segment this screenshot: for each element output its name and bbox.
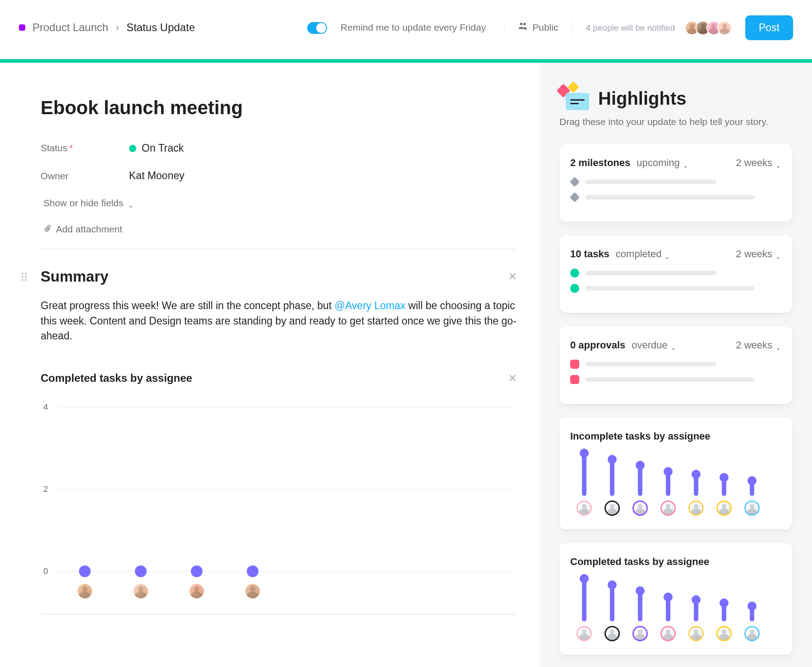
highlights-subtitle: Drag these into your update to help tell…	[559, 115, 792, 129]
highlight-count: 0 approvals	[570, 338, 625, 352]
highlights-icon	[559, 87, 589, 110]
lollipop-dot-icon	[692, 470, 701, 479]
highlight-card[interactable]: 10 taskscompleted 2 weeks	[559, 235, 792, 313]
lollipop-dot-icon	[692, 595, 701, 604]
highlight-chart-card[interactable]: Completed tasks by assignee	[559, 543, 792, 655]
chart-bar	[604, 580, 620, 641]
chevron-down-icon	[128, 200, 134, 206]
field-label: Owner	[41, 169, 129, 183]
chart-bar	[660, 467, 676, 516]
add-attachment-button[interactable]: Add attachment	[43, 222, 517, 236]
avatar	[604, 626, 620, 641]
y-tick-label: 4	[43, 401, 48, 413]
highlight-range-dropdown[interactable]: 2 weeks	[736, 247, 781, 261]
summary-heading: Summary	[41, 266, 503, 287]
divider	[504, 19, 504, 37]
chevron-down-icon	[775, 251, 781, 257]
status-value: On Track	[142, 141, 184, 156]
close-icon[interactable]: ✕	[508, 269, 517, 285]
chevron-down-icon	[683, 160, 689, 166]
page-title[interactable]: Ebook launch meeting	[41, 94, 517, 122]
chevron-right-icon: ›	[115, 20, 119, 36]
chart-bar	[577, 449, 592, 516]
highlight-card[interactable]: 0 approvalsoverdue 2 weeks	[559, 326, 792, 404]
highlights-panel: Highlights Drag these into your update t…	[540, 63, 812, 667]
avatar	[632, 626, 648, 641]
highlight-chart-card[interactable]: Incomplete tasks by assignee	[559, 417, 792, 529]
breadcrumb: Product Launch › Status Update	[19, 20, 195, 36]
highlight-kind-dropdown[interactable]: overdue	[632, 338, 677, 352]
highlight-item-row	[570, 375, 781, 384]
lollipop-dot-icon	[79, 565, 91, 577]
highlight-item-row	[570, 284, 781, 293]
status-field[interactable]: Status* On Track	[41, 141, 517, 156]
user-mention[interactable]: @Avery Lomax	[335, 300, 406, 311]
highlight-count: 10 tasks	[570, 247, 609, 261]
avatar	[716, 626, 732, 641]
privacy-button[interactable]: Public	[518, 21, 558, 34]
avatar	[133, 583, 149, 599]
lollipop-dot-icon	[747, 602, 757, 611]
chart-bar	[577, 574, 592, 641]
mini-lollipop-chart	[570, 578, 781, 641]
chart-title: Completed tasks by assignee	[41, 371, 192, 386]
chart-bar	[716, 598, 732, 641]
avatar	[245, 583, 261, 599]
highlight-range-dropdown[interactable]: 2 weeks	[736, 338, 781, 352]
avatar	[744, 500, 760, 516]
breadcrumb-project[interactable]: Product Launch	[32, 20, 108, 36]
close-icon[interactable]: ✕	[508, 371, 517, 386]
highlights-heading: Highlights	[598, 85, 687, 111]
y-tick-label: 2	[43, 483, 48, 496]
avatar	[744, 626, 760, 641]
status-dot-icon	[129, 145, 136, 152]
chart-bar	[688, 595, 704, 641]
chevron-down-icon	[664, 251, 670, 257]
chart-bar	[632, 461, 648, 516]
drag-handle-icon[interactable]	[22, 273, 30, 281]
lollipop-dot-icon	[580, 574, 589, 583]
paperclip-icon	[43, 222, 51, 236]
avatar	[632, 500, 648, 516]
mini-chart-title: Completed tasks by assignee	[570, 555, 709, 569]
mini-chart-title: Incomplete tasks by assignee	[570, 429, 710, 444]
chart-bar	[744, 602, 760, 641]
summary-section-header: Summary ✕	[41, 266, 517, 287]
lollipop-dot-icon	[608, 580, 617, 589]
y-tick-label: 0	[43, 565, 48, 578]
post-button[interactable]: Post	[745, 15, 793, 40]
project-color-dot	[19, 24, 25, 31]
avatar	[604, 500, 620, 516]
avatar	[577, 626, 592, 641]
lollipop-dot-icon	[191, 565, 203, 577]
lollipop-dot-icon	[135, 565, 147, 577]
highlight-range-dropdown[interactable]: 2 weeks	[736, 156, 781, 170]
lollipop-dot-icon	[747, 476, 757, 485]
diamond-icon	[570, 192, 580, 203]
lollipop-dot-icon	[636, 461, 645, 470]
lollipop-dot-icon	[664, 593, 673, 602]
toggle-fields-button[interactable]: Show or hide fields	[43, 196, 517, 210]
highlight-kind-dropdown[interactable]: upcoming	[637, 156, 688, 170]
highlight-item-row	[570, 360, 781, 369]
avatar	[577, 500, 592, 516]
owner-field[interactable]: Owner Kat Mooney	[41, 168, 517, 183]
highlight-card[interactable]: 2 milestonesupcoming 2 weeks	[559, 144, 792, 222]
lollipop-dot-icon	[720, 598, 729, 607]
highlight-item-row	[570, 177, 781, 186]
notify-avatars[interactable]	[688, 21, 732, 35]
diamond-icon	[570, 177, 580, 187]
summary-text[interactable]: Great progress this week! We are still i…	[41, 298, 517, 343]
avatar	[660, 500, 676, 516]
lollipop-dot-icon	[636, 586, 645, 595]
notify-count: 4 people will be notified	[586, 22, 675, 34]
owner-value: Kat Mooney	[129, 168, 185, 183]
square-icon	[570, 375, 579, 384]
remind-toggle[interactable]	[307, 22, 327, 34]
status-update-editor: Ebook launch meeting Status* On Track Ow…	[0, 63, 540, 667]
avatar	[660, 626, 676, 641]
highlight-kind-dropdown[interactable]: completed	[616, 247, 671, 261]
people-icon	[518, 21, 528, 34]
completed-tasks-chart: 024	[41, 407, 517, 606]
breadcrumb-current: Status Update	[126, 20, 195, 36]
